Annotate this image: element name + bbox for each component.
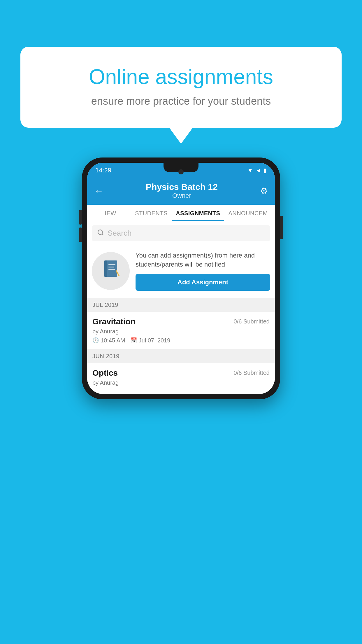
- assignment-submitted-optics: 0/6 Submitted: [234, 370, 270, 376]
- svg-point-0: [98, 230, 103, 235]
- assignment-item-optics[interactable]: Optics 0/6 Submitted by Anurag: [87, 363, 275, 394]
- tab-assignments[interactable]: ASSIGNMENTS: [172, 205, 224, 221]
- assignment-by-optics: by Anurag: [92, 379, 270, 386]
- tab-iew[interactable]: IEW: [90, 205, 131, 221]
- tab-students[interactable]: STUDENTS: [131, 205, 172, 221]
- speech-bubble-wrapper: Online assignments ensure more practice …: [20, 47, 342, 144]
- status-icons: ▼ ◄ ▮: [247, 167, 267, 174]
- notebook-icon: [102, 259, 120, 283]
- add-assignment-button[interactable]: Add Assignment: [136, 274, 270, 291]
- search-container: Search: [87, 221, 275, 245]
- clock-icon: 🕐: [92, 337, 99, 344]
- phone-notch: [164, 163, 198, 172]
- assignment-row1: Gravitation 0/6 Submitted: [92, 317, 270, 326]
- speech-bubble-arrow: [169, 128, 193, 144]
- time-value-gravitation: 10:45 AM: [101, 337, 125, 344]
- svg-line-1: [102, 234, 103, 235]
- speech-bubble-subtitle: ensure more practice for your students: [44, 95, 318, 107]
- power-button[interactable]: [280, 216, 283, 239]
- app-header: ← Physics Batch 12 Owner ⚙: [87, 178, 275, 205]
- search-input[interactable]: Search: [108, 229, 131, 238]
- battery-icon: ▮: [263, 167, 267, 174]
- tab-announcements[interactable]: ANNOUNCEM: [224, 205, 272, 221]
- search-bar[interactable]: Search: [92, 225, 270, 241]
- svg-rect-4: [108, 264, 115, 265]
- assignment-by-gravitation: by Anurag: [92, 328, 270, 335]
- promo-icon-circle: [92, 252, 130, 290]
- header-center: Physics Batch 12 Owner: [146, 182, 218, 200]
- wifi-icon: ▼: [247, 167, 253, 174]
- speech-bubble: Online assignments ensure more practice …: [20, 47, 342, 128]
- svg-rect-6: [108, 269, 115, 270]
- header-title: Physics Batch 12: [146, 182, 218, 192]
- volume-down-button[interactable]: [79, 228, 82, 242]
- phone-screen: 14:29 ▼ ◄ ▮ ← Physics Batch 12 Owner ⚙ I…: [87, 163, 275, 394]
- section-header-jun: JUN 2019: [87, 349, 275, 363]
- header-subtitle: Owner: [146, 192, 218, 200]
- svg-rect-3: [104, 260, 107, 277]
- phone-outer: 14:29 ▼ ◄ ▮ ← Physics Batch 12 Owner ⚙ I…: [82, 158, 280, 399]
- back-button[interactable]: ←: [94, 186, 103, 196]
- calendar-icon: 📅: [131, 337, 137, 344]
- status-time: 14:29: [95, 167, 111, 174]
- search-icon: [97, 229, 104, 238]
- speech-bubble-title: Online assignments: [44, 64, 318, 89]
- assignment-date-gravitation: 📅 Jul 07, 2019: [131, 337, 171, 344]
- volume-up-button[interactable]: [79, 210, 82, 225]
- promo-text: You can add assignment(s) from here and …: [136, 251, 270, 269]
- assignment-name-gravitation: Gravitation: [92, 317, 136, 326]
- assignment-meta-gravitation: 🕐 10:45 AM 📅 Jul 07, 2019: [92, 337, 270, 344]
- assignment-name-optics: Optics: [92, 368, 118, 378]
- assignment-time-gravitation: 🕐 10:45 AM: [92, 337, 125, 344]
- section-header-jul: JUL 2019: [87, 298, 275, 312]
- gear-icon[interactable]: ⚙: [260, 186, 268, 196]
- assignment-item-gravitation[interactable]: Gravitation 0/6 Submitted by Anurag 🕐 10…: [87, 312, 275, 349]
- assignment-row1-optics: Optics 0/6 Submitted: [92, 368, 270, 378]
- phone-camera: [178, 169, 184, 174]
- promo-content: You can add assignment(s) from here and …: [136, 251, 270, 291]
- svg-rect-5: [108, 267, 114, 267]
- promo-section: You can add assignment(s) from here and …: [87, 245, 275, 298]
- assignment-submitted-gravitation: 0/6 Submitted: [234, 318, 270, 325]
- date-value-gravitation: Jul 07, 2019: [139, 337, 171, 344]
- tabs-bar: IEW STUDENTS ASSIGNMENTS ANNOUNCEM: [87, 205, 275, 221]
- phone-mockup: 14:29 ▼ ◄ ▮ ← Physics Batch 12 Owner ⚙ I…: [82, 158, 280, 399]
- signal-icon: ◄: [255, 167, 261, 174]
